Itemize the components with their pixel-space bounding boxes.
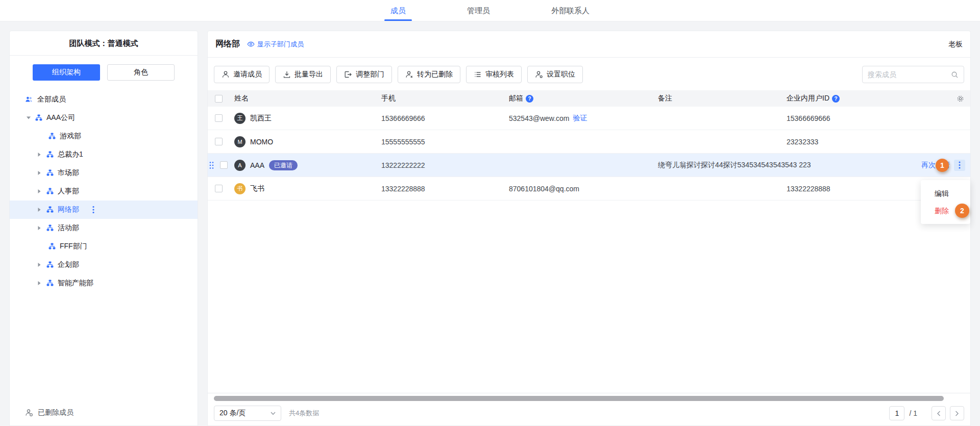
department-icon xyxy=(48,133,56,140)
people-group-icon xyxy=(25,95,33,104)
avatar: 书 xyxy=(234,183,246,194)
department-icon xyxy=(46,224,54,232)
page-title: 网络部 xyxy=(215,39,240,49)
tree-item-label: 企划部 xyxy=(58,260,79,269)
button-label: 调整部门 xyxy=(356,70,384,79)
column-settings-gear-icon[interactable] xyxy=(957,95,964,103)
tree-item-dept[interactable]: FFF部门 xyxy=(10,237,198,256)
top-tab-bar: 成员 管理员 外部联系人 xyxy=(0,0,980,21)
department-icon xyxy=(46,206,54,213)
search-box xyxy=(862,66,964,83)
column-header-name: 姓名 xyxy=(234,94,381,103)
tab-members[interactable]: 成员 xyxy=(383,0,413,21)
page-size-value: 20 条/页 xyxy=(219,409,246,418)
chevron-down-icon xyxy=(271,412,276,415)
tree-item-dept[interactable]: 智能产能部 xyxy=(10,274,198,292)
row-checkbox[interactable] xyxy=(215,138,223,145)
tree-item-dept[interactable]: 市场部 xyxy=(10,164,198,182)
chevron-right-icon[interactable] xyxy=(37,152,46,157)
deleted-members-link[interactable]: 已删除成员 xyxy=(10,400,198,425)
avatar: 王 xyxy=(234,113,246,124)
delete-menu-item[interactable]: 删除 2 xyxy=(921,202,970,219)
more-actions-icon[interactable] xyxy=(92,206,94,214)
chevron-right-icon[interactable] xyxy=(37,170,46,176)
show-subdept-toggle[interactable]: 显示子部门成员 xyxy=(247,40,304,49)
department-icon xyxy=(46,261,54,268)
table-row-hovered[interactable]: A AAA 已邀请 13222222222 绕弯儿翁探讨探讨44探讨534534… xyxy=(208,154,970,177)
chevron-right-icon[interactable] xyxy=(37,281,46,286)
drag-handle-icon[interactable] xyxy=(209,161,214,169)
tree-item-label: 全部成员 xyxy=(37,95,66,104)
row-checkbox[interactable] xyxy=(215,185,223,192)
button-label: 邀请成员 xyxy=(233,70,262,79)
department-icon xyxy=(46,188,54,195)
table-row[interactable]: 王 凯西王 15366669666 532543@wew.com 验证 1536… xyxy=(208,107,970,130)
search-input[interactable] xyxy=(868,70,951,79)
tree-item-all-members[interactable]: 全部成员 xyxy=(10,90,198,109)
row-more-actions-icon[interactable] xyxy=(954,160,965,171)
prev-page-button[interactable] xyxy=(932,406,946,420)
row-checkbox[interactable] xyxy=(215,114,223,122)
tree-item-label: 网络部 xyxy=(58,205,79,214)
roles-button[interactable]: 角色 xyxy=(107,64,175,81)
verify-email-link[interactable]: 验证 xyxy=(573,114,587,123)
member-userid: 15366669666 xyxy=(787,114,942,122)
email-help-icon[interactable]: ? xyxy=(526,95,533,103)
userid-help-icon[interactable]: ? xyxy=(832,95,840,103)
search-icon[interactable] xyxy=(951,71,959,79)
member-remark: 绕弯儿翁探讨探讨44探讨534534543543543 223 xyxy=(658,161,787,170)
show-subdept-label: 显示子部门成员 xyxy=(257,40,304,49)
review-list-button[interactable]: 审核列表 xyxy=(466,66,522,83)
edit-menu-item[interactable]: 编辑 xyxy=(921,185,970,202)
tree-item-label: 人事部 xyxy=(58,187,79,196)
department-icon xyxy=(35,114,42,121)
members-panel: 网络部 显示子部门成员 老板 邀请成员 批量导出 调整部门 转为已删除 审核列表 xyxy=(207,31,971,426)
tree-item-label: 活动部 xyxy=(58,223,79,233)
member-phone: 13222222222 xyxy=(381,161,509,169)
batch-export-button[interactable]: 批量导出 xyxy=(275,66,331,83)
tree-item-dept-network[interactable]: 网络部 xyxy=(10,201,198,219)
mode-switch: 组织架构 角色 xyxy=(10,56,198,85)
tree-item-dept[interactable]: 活动部 xyxy=(10,219,198,237)
tree-item-dept[interactable]: 总裁办1 xyxy=(10,145,198,164)
chevron-right-icon[interactable] xyxy=(37,189,46,194)
person-icon xyxy=(222,70,230,79)
move-to-deleted-button[interactable]: 转为已删除 xyxy=(398,66,460,83)
tree-item-dept[interactable]: 游戏部 xyxy=(10,127,198,145)
tree-item-dept[interactable]: 企划部 xyxy=(10,256,198,274)
invite-member-button[interactable]: 邀请成员 xyxy=(214,66,270,83)
member-phone: 15366669666 xyxy=(381,114,509,122)
button-label: 批量导出 xyxy=(295,70,323,79)
member-email: 532543@wew.com xyxy=(509,114,570,122)
tree-item-dept[interactable]: 人事部 xyxy=(10,182,198,201)
row-checkbox[interactable] xyxy=(220,161,228,169)
current-page-input[interactable]: 1 xyxy=(889,406,904,420)
tab-external-contacts[interactable]: 外部联系人 xyxy=(544,0,597,21)
chevron-right-icon[interactable] xyxy=(37,225,46,231)
tree-item-label: 智能产能部 xyxy=(58,279,93,288)
chevron-right-icon[interactable] xyxy=(37,262,46,267)
table-row[interactable]: 书 飞书 13322228888 8706101804@qq.com 13322… xyxy=(208,177,970,201)
horizontal-scrollbar[interactable] xyxy=(214,396,944,401)
next-page-button[interactable] xyxy=(950,406,964,420)
table-row[interactable]: M MOMO 15555555555 23232333 xyxy=(208,130,970,154)
column-header-email: 邮箱 xyxy=(509,94,523,103)
member-phone: 15555555555 xyxy=(381,138,509,146)
adjust-department-button[interactable]: 调整部门 xyxy=(336,66,392,83)
tree-item-label: 市场部 xyxy=(58,168,79,178)
tab-admins[interactable]: 管理员 xyxy=(460,0,497,21)
chevron-right-icon[interactable] xyxy=(37,207,46,212)
department-icon xyxy=(46,280,54,287)
org-structure-button[interactable]: 组织架构 xyxy=(33,64,100,81)
tree-item-label: 总裁办1 xyxy=(58,150,83,159)
tree-item-company[interactable]: AAA公司 xyxy=(10,109,198,127)
select-all-checkbox[interactable] xyxy=(215,95,223,103)
org-sidebar: 团队模式：普通模式 组织架构 角色 全部成员 AAA公司 游戏 xyxy=(9,31,198,426)
tree-item-label: AAA公司 xyxy=(46,113,75,122)
download-icon xyxy=(283,70,291,79)
set-position-button[interactable]: 设置职位 xyxy=(527,66,583,83)
page-size-select[interactable]: 20 条/页 xyxy=(214,406,281,421)
department-icon xyxy=(46,151,54,158)
member-phone: 13322228888 xyxy=(381,185,509,193)
chevron-down-icon[interactable] xyxy=(26,116,35,120)
